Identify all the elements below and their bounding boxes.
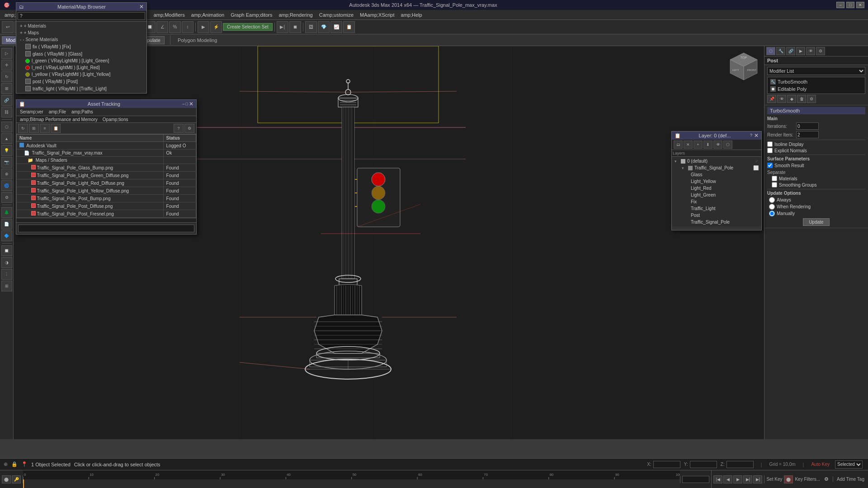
menu-maxscript[interactable]: MAamp;XScript <box>357 11 397 19</box>
spinner-snap[interactable]: ↕ <box>182 21 193 33</box>
asset-row-yellow-diffuse[interactable]: Traffic_Signal_Pole_Light_Yellow_Diffuse… <box>17 187 196 195</box>
key-filters-icon[interactable]: ⚙ <box>822 475 831 483</box>
smooth-result-check[interactable]: Smooth Result <box>767 163 865 168</box>
layer-mgr[interactable]: 📋 <box>343 21 355 33</box>
isoline-display-checkbox[interactable] <box>767 141 773 147</box>
layer-traffic-light[interactable]: Traffic_Light <box>673 205 760 212</box>
mat-item-post[interactable]: post ( VRayMtl ) [Post] <box>18 78 145 85</box>
layer-light-yellow[interactable]: Light_Yellow <box>673 178 760 185</box>
create-shapes[interactable]: ▲ <box>1 133 12 144</box>
materials-checkbox[interactable] <box>772 176 777 181</box>
create-lights[interactable]: 💡 <box>1 145 12 156</box>
hierarchy-icon[interactable]: 🔗 <box>786 47 795 55</box>
asset-refresh[interactable]: ↻ <box>18 124 28 133</box>
asset-minimize-button[interactable]: – <box>183 101 185 107</box>
layer-light-green[interactable]: Light_Green <box>673 192 760 198</box>
layer-btn-5[interactable]: 👁 <box>713 141 722 149</box>
mat-item-red[interactable]: l_red ( VRayLightMtl ) [Light_Red] <box>18 64 145 71</box>
selected-dropdown[interactable]: Selected <box>835 460 863 469</box>
create-spacewarps[interactable]: 🌀 <box>1 180 12 191</box>
menu-help[interactable]: amp;Help <box>398 11 425 19</box>
layer-btn-2[interactable]: ✕ <box>684 141 693 149</box>
asset-close-button[interactable]: ✕ <box>189 101 193 107</box>
material-editor[interactable]: 💎 <box>318 21 330 33</box>
mat-item-glass[interactable]: glass ( VRayMtl ) [Glass] <box>18 50 145 57</box>
set-key-main[interactable]: ⬤ <box>784 475 793 483</box>
layer-btn-3[interactable]: + <box>693 141 703 149</box>
display-icon[interactable]: 👁 <box>806 47 815 55</box>
angle-snap[interactable]: ∠ <box>156 21 168 33</box>
asset-view-toggle2[interactable]: ≡ <box>40 124 50 133</box>
layer-traffic-btn[interactable]: ⬜ <box>753 165 759 170</box>
create-icon[interactable]: ⬡ <box>766 47 775 55</box>
asset-menu-server[interactable]: Seramp;ver <box>18 109 45 115</box>
timeline-track-area[interactable] <box>23 479 680 488</box>
render-btn[interactable]: 🖼 <box>305 21 317 33</box>
menu-modifiers[interactable]: amp;Modifiers <box>151 11 188 19</box>
asset-help[interactable]: ? <box>174 124 184 133</box>
asset-path-input[interactable] <box>18 225 194 232</box>
create-geometry[interactable]: ⬡ <box>1 122 12 132</box>
scene-materials-group[interactable]: - - Scene Materials <box>18 36 145 43</box>
select-object[interactable]: ▷ <box>1 48 12 59</box>
next-frame-btn[interactable]: ▶| <box>743 475 752 483</box>
update-button[interactable]: Update <box>803 218 829 226</box>
move-obj[interactable]: ✛ <box>1 60 12 70</box>
undo-button[interactable]: ↩ <box>2 21 14 33</box>
y-input[interactable] <box>690 461 717 468</box>
layer-post[interactable]: Post <box>673 212 760 219</box>
scene-explorer[interactable]: 🌲 <box>1 207 12 218</box>
maximize-button[interactable]: □ <box>846 2 854 8</box>
smoothing-groups-check[interactable]: Smoothing Groups <box>772 182 865 188</box>
percent-snap[interactable]: % <box>169 21 181 33</box>
configure-sets-btn[interactable]: ⚙ <box>807 95 816 103</box>
asset-view-toggle3[interactable]: 📋 <box>51 124 61 133</box>
goto-end-btn[interactable]: ▶| <box>753 475 762 483</box>
play-button[interactable]: ▶| <box>277 21 288 33</box>
stop-button[interactable]: ⏹ <box>289 21 301 33</box>
modifier-list-dropdown[interactable]: Modifier List <box>767 67 865 75</box>
layer-btn-1[interactable]: 🗂 <box>674 141 683 149</box>
when-rendering-radio-input[interactable] <box>769 204 775 210</box>
minimize-button[interactable]: – <box>836 2 844 8</box>
quick-render[interactable]: ⚡ <box>210 21 222 33</box>
asset-row-green-diffuse[interactable]: Traffic_Signal_Pole_Light_Green_Diffuse.… <box>17 172 196 179</box>
layer-default[interactable]: ▾ 0 (default) ✓ <box>673 158 760 164</box>
materials-group[interactable]: + + Materials <box>18 23 145 29</box>
turbosmooth-modifier[interactable]: 🔧 TurboSmooth <box>769 78 864 85</box>
asset-menu-paths[interactable]: amp;Paths <box>70 109 95 115</box>
rotate-obj[interactable]: ↻ <box>1 71 12 82</box>
utilities-icon[interactable]: ⚙ <box>816 47 825 55</box>
mat-item-traffic-light[interactable]: traffic_light ( VRayMtl ) [Traffic_Light… <box>18 85 145 92</box>
when-rendering-radio[interactable]: When Rendering <box>769 204 865 210</box>
material-browser-close[interactable]: ✕ <box>139 4 144 10</box>
link-obj[interactable]: 🔗 <box>1 95 12 106</box>
key-mode-toggle[interactable]: 🔑 <box>12 475 21 483</box>
pin-stack-btn[interactable]: 📌 <box>767 95 776 103</box>
prev-frame-btn[interactable]: ◀ <box>723 475 732 483</box>
explicit-normals-check[interactable]: Explicit Normals <box>767 148 865 153</box>
remove-modifier-btn[interactable]: 🗑 <box>797 95 806 103</box>
smoothing-groups-checkbox[interactable] <box>772 182 777 188</box>
always-radio-input[interactable] <box>769 197 775 203</box>
asset-row-maps-folder[interactable]: 📁 Maps / Shaders <box>17 157 196 164</box>
asset-row-glass-bump[interactable]: Traffic_Signal_Pole_Glass_Bump.png Found <box>17 164 196 172</box>
goto-start-btn[interactable]: |◀ <box>713 475 722 483</box>
timeline-position-input[interactable]: 0 / 100 <box>682 476 709 483</box>
set-key-btn[interactable]: ⬤ <box>2 475 11 483</box>
mat-item-fix[interactable]: fix ( VRayMtl ) [Fix] <box>18 43 145 50</box>
timeline-playhead[interactable] <box>23 479 24 488</box>
render-scene[interactable]: ▶ <box>198 21 209 33</box>
material-search-input[interactable] <box>18 12 145 20</box>
mat-item-green[interactable]: l_green ( VRayLightMtl ) [Light_Green] <box>18 57 145 64</box>
play-btn[interactable]: ▶ <box>733 475 742 483</box>
snaps-toggle-left[interactable]: 🔲 <box>1 245 12 256</box>
layer-traffic-signal-pole2[interactable]: Traffic_Signal_Pole <box>673 219 760 225</box>
layer-glass[interactable]: Glass <box>673 171 760 178</box>
close-button[interactable]: ✕ <box>856 2 864 8</box>
layer-traffic-signal-pole[interactable]: ▾ Traffic_Signal_Pole ⬜ <box>673 164 760 171</box>
schematic-view[interactable]: 🔷 <box>1 230 12 241</box>
asset-horizontal-scrollbar[interactable] <box>16 218 196 222</box>
create-cameras[interactable]: 📷 <box>1 157 12 168</box>
asset-menu-bitmap[interactable]: amp;Bitmap Performance and Memory <box>18 117 99 122</box>
